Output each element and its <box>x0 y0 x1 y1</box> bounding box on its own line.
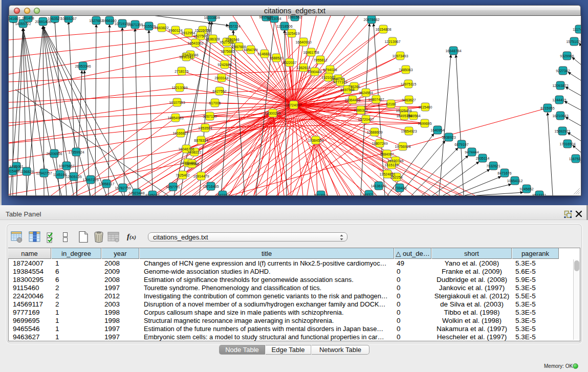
svg-text:11325419: 11325419 <box>284 32 300 35</box>
svg-text:1117438: 1117438 <box>573 28 581 31</box>
svg-text:1849564: 1849564 <box>406 114 420 118</box>
svg-text:12213967: 12213967 <box>384 40 400 43</box>
svg-text:7625402: 7625402 <box>176 173 189 177</box>
svg-text:26206556: 26206556 <box>46 152 62 156</box>
svg-text:18807249: 18807249 <box>372 142 387 145</box>
svg-text:9245012: 9245012 <box>145 193 159 196</box>
svg-text:6497568: 6497568 <box>340 88 354 92</box>
svg-text:7663822: 7663822 <box>155 26 168 30</box>
svg-text:1615132: 1615132 <box>384 163 398 167</box>
svg-text:1063527: 1063527 <box>48 17 61 20</box>
svg-text:1167533: 1167533 <box>569 157 581 161</box>
svg-text:18724007: 18724007 <box>286 103 301 107</box>
svg-text:16543362: 16543362 <box>187 41 203 45</box>
svg-text:10688609: 10688609 <box>366 130 382 134</box>
svg-text:3915468: 3915468 <box>9 169 20 173</box>
svg-text:12218506: 12218506 <box>276 25 292 28</box>
svg-text:9227342: 9227342 <box>556 69 570 73</box>
svg-text:2935114: 2935114 <box>476 157 490 160</box>
svg-text:8990448: 8990448 <box>308 70 321 74</box>
svg-text:12505135: 12505135 <box>66 175 81 179</box>
svg-text:19654923: 19654923 <box>401 129 417 133</box>
svg-text:15716485: 15716485 <box>203 185 219 188</box>
svg-text:16033809: 16033809 <box>204 16 220 19</box>
svg-text:3624554: 3624554 <box>359 91 373 95</box>
svg-text:16210643: 16210643 <box>552 114 568 118</box>
svg-text:17359924: 17359924 <box>68 150 84 154</box>
svg-text:7386322: 7386322 <box>354 108 367 112</box>
svg-text:9474444: 9474444 <box>465 150 478 154</box>
svg-text:8215955: 8215955 <box>540 106 554 110</box>
svg-text:8960124: 8960124 <box>168 29 182 32</box>
svg-text:8813054: 8813054 <box>267 17 281 20</box>
svg-text:1042334: 1042334 <box>215 193 229 196</box>
svg-text:16961758: 16961758 <box>303 51 319 54</box>
svg-text:7632621: 7632621 <box>486 164 500 168</box>
svg-text:16782759: 16782759 <box>115 186 130 190</box>
svg-text:1693211: 1693211 <box>362 193 376 196</box>
svg-text:16640910: 16640910 <box>295 40 311 44</box>
svg-text:8186328: 8186328 <box>206 37 220 41</box>
svg-text:1362615: 1362615 <box>296 66 310 70</box>
svg-text:15226058: 15226058 <box>194 29 210 32</box>
svg-text:9777169: 9777169 <box>333 80 347 84</box>
svg-text:8322037: 8322037 <box>282 61 296 64</box>
svg-text:15751074: 15751074 <box>566 40 581 43</box>
svg-text:15692971: 15692971 <box>554 129 570 133</box>
svg-text:6879197: 6879197 <box>454 143 468 146</box>
svg-text:16154808: 16154808 <box>375 28 391 31</box>
svg-text:14055722: 14055722 <box>15 22 31 26</box>
svg-text:10107553: 10107553 <box>169 101 185 104</box>
svg-text:16671355: 16671355 <box>127 23 143 27</box>
svg-text:9890141: 9890141 <box>179 55 193 59</box>
svg-text:1733426: 1733426 <box>393 186 406 190</box>
svg-text:16914479: 16914479 <box>193 174 209 178</box>
svg-text:7485063: 7485063 <box>399 68 412 72</box>
svg-text:9245652: 9245652 <box>519 187 533 191</box>
svg-text:10958117: 10958117 <box>99 182 115 186</box>
svg-text:8454749: 8454749 <box>244 48 257 52</box>
svg-text:1527602: 1527602 <box>89 19 103 23</box>
svg-text:10975867: 10975867 <box>58 164 74 168</box>
svg-text:9513321: 9513321 <box>532 193 546 196</box>
svg-text:9457791: 9457791 <box>166 185 180 189</box>
svg-text:2041607: 2041607 <box>9 17 20 20</box>
svg-text:2718176: 2718176 <box>175 70 188 73</box>
svg-text:1156829: 1156829 <box>20 170 34 173</box>
svg-text:12923448: 12923448 <box>128 191 144 195</box>
svg-text:1235061: 1235061 <box>9 165 23 168</box>
svg-text:7857224: 7857224 <box>226 25 240 28</box>
svg-text:6794028: 6794028 <box>323 68 337 72</box>
svg-text:617006: 617006 <box>209 101 221 105</box>
svg-text:18300295: 18300295 <box>265 112 280 115</box>
svg-text:3267130: 3267130 <box>203 115 216 118</box>
svg-text:7955812: 7955812 <box>313 58 327 62</box>
svg-text:8878334: 8878334 <box>194 139 208 142</box>
svg-text:17016504: 17016504 <box>559 142 575 146</box>
svg-text:20878682: 20878682 <box>363 18 379 21</box>
svg-text:5938923: 5938923 <box>442 136 455 139</box>
svg-text:3875685: 3875685 <box>221 50 234 53</box>
svg-text:19756928: 19756928 <box>395 145 410 148</box>
svg-text:9146821: 9146821 <box>257 52 271 56</box>
svg-text:15720407: 15720407 <box>358 118 374 121</box>
svg-text:9115460: 9115460 <box>419 105 432 109</box>
svg-text:26053346: 26053346 <box>75 64 91 68</box>
svg-text:10807487: 10807487 <box>368 98 384 101</box>
svg-text:9699695: 9699695 <box>418 122 431 125</box>
svg-text:1409948: 1409948 <box>185 162 199 166</box>
svg-text:10025458: 10025458 <box>396 109 411 113</box>
svg-text:20691406: 20691406 <box>35 20 51 24</box>
svg-text:8412011: 8412011 <box>314 193 328 196</box>
svg-text:1353594: 1353594 <box>198 126 212 130</box>
svg-text:252254: 252254 <box>390 176 402 179</box>
svg-text:9527508: 9527508 <box>220 40 233 44</box>
svg-text:1081562: 1081562 <box>288 16 301 19</box>
svg-text:10654112: 10654112 <box>507 179 523 183</box>
svg-text:7515526: 7515526 <box>142 25 156 28</box>
svg-text:3884067: 3884067 <box>380 152 394 156</box>
svg-text:8471676: 8471676 <box>497 171 511 175</box>
svg-text:16648784: 16648784 <box>445 49 461 53</box>
svg-text:2803144: 2803144 <box>214 76 228 80</box>
svg-text:19384554: 19384554 <box>308 139 323 142</box>
